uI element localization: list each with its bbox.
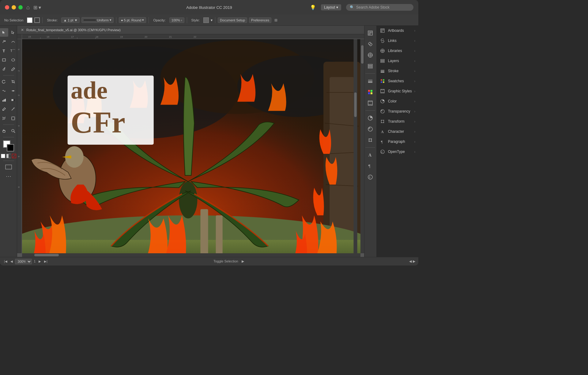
horizontal-scroll-thumb[interactable] — [34, 254, 59, 256]
curvature-tool[interactable] — [9, 37, 17, 46]
measure-tool[interactable] — [9, 105, 17, 113]
character-icon-btn[interactable]: A — [365, 150, 375, 160]
stroke-color-box[interactable] — [7, 144, 14, 151]
first-artboard-btn[interactable]: |◀ — [3, 260, 8, 263]
panel-header-links[interactable]: Links › — [376, 36, 418, 46]
opacity-input[interactable]: 100% › — [169, 17, 184, 23]
document-setup-button[interactable]: Document Setup — [218, 17, 247, 23]
close-button[interactable] — [5, 5, 9, 9]
none-icon[interactable] — [1, 154, 5, 158]
next-artboard-btn[interactable]: ▶ — [38, 260, 42, 263]
character-panel-icon: A — [379, 128, 386, 135]
workspace-switcher-icon[interactable]: ⊞ ▾ — [33, 5, 41, 10]
panel-section-links: Links › — [376, 36, 418, 46]
adobe-stock-search[interactable]: 🔍 Search Adobe Stock — [346, 4, 413, 11]
horizontal-scrollbar[interactable] — [22, 253, 360, 257]
stroke-value-input[interactable]: ▲ 1 pt ▼ — [61, 17, 80, 23]
stroke-icon-btn[interactable] — [365, 76, 375, 86]
scroll-left-icon[interactable]: ◀ — [409, 259, 412, 263]
gradient-tool[interactable] — [9, 96, 17, 104]
symbol-sprayer-tool[interactable] — [0, 114, 8, 123]
panel-header-stroke[interactable]: Stroke › — [376, 66, 418, 76]
svg-text:20: 20 — [145, 35, 147, 38]
change-screen-mode[interactable]: ⋯ — [4, 172, 13, 180]
panel-header-graphic-styles[interactable]: Graphic Styles › — [376, 86, 418, 96]
style-swatch[interactable] — [203, 17, 209, 23]
color-icon-btn[interactable] — [365, 113, 375, 123]
toolbar-extra-icon[interactable]: ⊞ — [274, 18, 277, 22]
svg-text:fi: fi — [381, 151, 383, 154]
links-panel-icon — [379, 38, 386, 44]
zoom-dropdown[interactable]: 300% — [15, 259, 32, 264]
svg-point-55 — [179, 181, 197, 218]
last-artboard-btn[interactable]: ▶| — [43, 260, 48, 263]
panel-header-color[interactable]: Color › — [376, 96, 418, 106]
panel-header-transparency[interactable]: Transparency › — [376, 106, 418, 116]
paragraph-icon-btn[interactable]: ¶ — [365, 161, 375, 171]
vertical-scroll-thumb[interactable] — [361, 45, 364, 64]
layers-icon-btn[interactable] — [365, 61, 375, 71]
panel-section-color: Color › — [376, 96, 418, 106]
warp-tool[interactable] — [0, 87, 8, 95]
scroll-right-icon[interactable]: ▶ — [413, 259, 415, 263]
layout-button[interactable]: Layout ▾ — [321, 4, 341, 10]
direct-selection-tool[interactable] — [9, 28, 17, 37]
panel-separator-3 — [365, 147, 375, 148]
artboards-icon-btn[interactable] — [365, 28, 375, 38]
stroke-type-dropdown[interactable]: Uniform ▾ — [81, 17, 114, 23]
type-tool[interactable]: T — [0, 46, 8, 55]
fullscreen-button[interactable] — [18, 5, 23, 9]
selection-tool[interactable] — [0, 28, 8, 37]
panel-header-swatches[interactable]: Swatches › — [376, 76, 418, 86]
minimize-button[interactable] — [12, 5, 16, 9]
search-suggestions-icon[interactable]: 💡 — [310, 5, 316, 10]
paintbrush-tool[interactable] — [0, 65, 8, 73]
panel-header-layers[interactable]: Layers › — [376, 56, 418, 66]
panel-header-paragraph[interactable]: ¶ Paragraph › — [376, 137, 418, 147]
panel-header-opentype[interactable]: fi OpenType › — [376, 147, 418, 157]
hand-tool[interactable] — [0, 127, 8, 135]
pen-tool[interactable] — [0, 37, 8, 46]
links-icon-btn[interactable] — [365, 39, 375, 49]
transparency-icon-btn[interactable] — [365, 124, 375, 134]
panel-header-libraries[interactable]: Libraries › — [376, 46, 418, 56]
chevron-down-icon: ▾ — [336, 5, 338, 9]
brush-dropdown[interactable]: ● 5 pt. Round ▾ — [119, 17, 146, 23]
pencil-tool[interactable] — [9, 65, 17, 73]
swatches-collapse-icon: › — [414, 80, 415, 83]
gradient-icon[interactable] — [6, 154, 11, 158]
panel-header-artboards[interactable]: Artboards › — [376, 26, 418, 35]
type-on-path-tool[interactable]: T⌒ — [9, 46, 17, 55]
draw-modes-icon[interactable] — [3, 163, 14, 171]
ellipse-tool[interactable] — [9, 56, 17, 64]
column-graph-tool[interactable] — [0, 96, 8, 104]
panel-header-transform[interactable]: Transform › — [376, 117, 418, 126]
vertical-scrollbar[interactable] — [360, 39, 364, 253]
artboard[interactable]: ade CFr — [22, 39, 360, 253]
preferences-button[interactable]: Preferences — [249, 17, 271, 23]
panel-list: Artboards › Links › Librar — [376, 26, 418, 257]
zoom-tool[interactable] — [9, 127, 17, 135]
libraries-icon-btn[interactable] — [365, 50, 375, 60]
scale-tool[interactable] — [9, 77, 17, 86]
graphic-styles-icon-btn[interactable] — [365, 98, 375, 108]
separator-4 — [187, 17, 187, 23]
artboard-tool[interactable] — [9, 114, 17, 123]
width-tool[interactable] — [9, 87, 17, 95]
stroke-swatch[interactable] — [34, 17, 40, 23]
none-color-icon[interactable] — [12, 154, 16, 158]
swatches-icon-btn[interactable] — [365, 87, 375, 97]
eyedropper-tool[interactable] — [0, 105, 8, 113]
toggle-selection-label: Toggle Selection — [213, 259, 238, 263]
prev-artboard-btn[interactable]: ◀ — [9, 260, 14, 263]
home-icon[interactable]: ⌂ — [26, 4, 30, 11]
color-boxes[interactable] — [2, 140, 15, 151]
rotate-tool[interactable] — [0, 77, 8, 86]
fill-swatch[interactable] — [27, 17, 32, 23]
panel-header-character[interactable]: A Character › — [376, 127, 418, 136]
rectangle-tool[interactable] — [0, 56, 8, 64]
play-icon[interactable]: ▶ — [242, 259, 244, 263]
transform-icon-btn[interactable] — [365, 135, 375, 145]
opentype-icon-btn[interactable]: fi — [365, 172, 375, 182]
tab-close-button[interactable]: ✕ — [21, 28, 24, 32]
